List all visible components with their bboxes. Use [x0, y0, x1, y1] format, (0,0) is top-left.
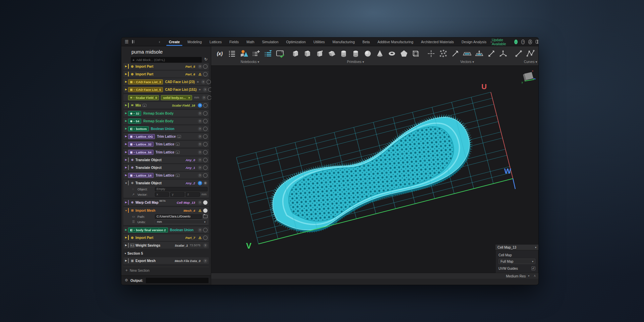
expand-icon[interactable]: ▶	[124, 104, 128, 107]
block-row-mix[interactable]: ▶ ≋ Mix ⌄ Scalar Field_16 ?	[123, 102, 209, 109]
variable-chip[interactable]: ◧⌄body final version 2	[128, 228, 168, 233]
vector-arrow-icon[interactable]	[451, 49, 460, 58]
tab-utilities[interactable]: Utilities	[313, 38, 325, 46]
expand-icon[interactable]: ▶	[124, 259, 128, 262]
wireframe-cube-icon[interactable]	[411, 49, 420, 58]
help-badge[interactable]: ?	[201, 80, 206, 84]
expand-icon[interactable]: ▶	[124, 65, 128, 68]
block-row-trim-lattice[interactable]: ▶ ▦⌄Lattice_32 Trim Lattice ⌄ ?	[123, 141, 209, 147]
variable-chip[interactable]: ≋⌄Scalar Field_0	[128, 95, 159, 100]
collapse-icon[interactable]: ▼	[123, 252, 127, 255]
variable-chip[interactable]: ▦⌄Lattice_54	[128, 150, 154, 155]
list-add-icon[interactable]	[251, 49, 260, 58]
units-select[interactable]: mm▾	[155, 219, 208, 224]
info-badge[interactable]: ?	[198, 103, 202, 108]
expand-icon[interactable]: ▶	[124, 236, 128, 239]
dropdown-caret-icon[interactable]: ⌄	[177, 135, 181, 138]
expand-icon[interactable]: ▶	[124, 229, 128, 231]
section-header[interactable]: ▼ Section 5	[123, 250, 209, 256]
collapse-panel-icon[interactable]: ˄	[534, 274, 536, 278]
tabs-scroll-left-icon[interactable]: ‹	[159, 40, 160, 44]
tab-modeling[interactable]: Modeling	[187, 38, 202, 46]
cylinder-icon[interactable]	[339, 49, 348, 58]
skew-box-icon[interactable]	[327, 49, 336, 58]
curves-group-label[interactable]: Curves ▾	[524, 60, 537, 64]
help-badge[interactable]: ?	[198, 228, 202, 232]
variable-chip[interactable]: ▦⌄Lattice_32	[128, 142, 154, 147]
expand-icon[interactable]: ▶	[124, 88, 128, 91]
spline-icon[interactable]	[538, 49, 538, 58]
point-cloud-icon[interactable]	[438, 49, 448, 58]
tab-architected-materials[interactable]: Architected Materials	[421, 38, 454, 46]
help-badge[interactable]: ?	[198, 158, 202, 162]
tab-create[interactable]: Create	[169, 38, 180, 46]
gear-icon[interactable]: ⚙	[125, 278, 128, 282]
block-row-scalar-field[interactable]: ≋⌄Scalar Field_0 solid body.sc...× mm ?	[123, 94, 209, 101]
block-row-cad-face-list[interactable]: ▶ ▤⌄CAD Face List_5 CAD Face List (151) …	[123, 86, 209, 93]
triad-axes-icon[interactable]	[499, 49, 508, 58]
block-row-boolean-union[interactable]: ▶ ◧⌄bottom Boolean Union ?	[123, 125, 209, 132]
tab-optimization[interactable]: Optimization	[286, 38, 306, 46]
account-icon[interactable]	[528, 40, 532, 44]
visibility-toggle[interactable]	[207, 80, 211, 84]
expand-icon[interactable]: ▶	[124, 244, 128, 247]
help-badge[interactable]: ?	[198, 166, 202, 170]
block-row-translate-object[interactable]: ▶ ⊕ Translate Object Any_1 ?	[123, 164, 209, 171]
update-available-label[interactable]: Update Available	[492, 38, 511, 46]
expand-icon[interactable]: ▶	[124, 166, 128, 169]
expand-icon[interactable]: ▶	[124, 158, 128, 161]
help-badge[interactable]: ?	[198, 127, 202, 131]
expand-icon[interactable]: ▶	[124, 143, 128, 145]
visibility-toggle[interactable]	[203, 142, 208, 146]
object-input[interactable]	[155, 187, 208, 191]
help-badge[interactable]: ?	[198, 150, 202, 154]
help-badge[interactable]: ?	[203, 259, 208, 263]
collapse-icon[interactable]: ▼	[124, 182, 128, 184]
block-row-trim-lattice[interactable]: ▶ ▦⌄Lattice_OG Trim Lattice ⌄ ?	[123, 133, 209, 140]
point-icon[interactable]	[426, 49, 435, 58]
expand-icon[interactable]: ▶	[124, 174, 128, 177]
block-row-warp-cell-map[interactable]: ▶ ⊛ Warp Cell Map BETA Cell Map_13 ?	[123, 199, 209, 206]
variable-chip[interactable]: ◉⌄54	[128, 119, 141, 124]
cone-icon[interactable]	[375, 49, 384, 58]
block-row-trim-lattice[interactable]: ▶ ▦⌄Lattice_14 Trim Lattice ⌄ ?	[123, 172, 209, 179]
visibility-toggle[interactable]	[203, 166, 208, 170]
browse-folder-icon[interactable]	[203, 215, 208, 218]
add-badge[interactable]: +	[197, 87, 202, 92]
expand-icon[interactable]: ▶	[124, 120, 128, 122]
warning-icon[interactable]: ⚠	[198, 72, 202, 76]
sphere-icon[interactable]	[363, 49, 372, 58]
visibility-toggle[interactable]	[203, 150, 208, 154]
polyline-icon[interactable]	[526, 49, 535, 58]
variable-chip[interactable]: ▤⌄CAD Face List_3	[128, 79, 163, 84]
info-badge[interactable]: ?	[198, 181, 202, 185]
block-row-remap[interactable]: ▶ ◉⌄54 Remap Scale Body ?	[123, 118, 209, 124]
update-download-icon[interactable]: ↓	[514, 40, 518, 44]
shapes-icon[interactable]	[239, 49, 248, 58]
tab-additive-manufacturing[interactable]: Additive Manufacturing	[377, 38, 413, 46]
double-arrow-icon[interactable]	[487, 49, 496, 58]
settings-badge[interactable]: ⚙	[203, 181, 208, 185]
expand-icon[interactable]: ▶	[124, 151, 128, 153]
add-badge[interactable]: +	[196, 80, 200, 84]
uvw-guides-checkbox[interactable]: ✓	[531, 266, 535, 270]
variable-chip[interactable]: ◉⌄32	[128, 111, 141, 116]
block-row-import-mesh-expanded[interactable]: ▼ ⊞ Import Mesh Mesh_4 ⚠ ▭ Path: ☰ Units…	[123, 207, 209, 225]
cylinder-segments-icon[interactable]	[351, 49, 360, 58]
path-input[interactable]	[155, 214, 202, 219]
block-row-import-part[interactable]: ▶ ◍ Import Part Part_5 ?	[123, 63, 209, 70]
variable-chip[interactable]: ▦⌄Lattice_14	[128, 173, 154, 178]
visibility-toggle[interactable]	[203, 134, 208, 139]
visibility-toggle[interactable]	[203, 173, 208, 178]
dropdown-caret-icon[interactable]: ⌄	[176, 143, 180, 146]
visibility-toggle[interactable]	[203, 103, 208, 108]
tab-beta[interactable]: Beta	[362, 38, 370, 46]
cell-map-dropdown-header[interactable]: Cell Map_13 ▾	[495, 245, 538, 250]
help-badge[interactable]: ?	[198, 119, 202, 123]
plane-normal-icon[interactable]	[475, 49, 484, 58]
dropdown-caret-icon[interactable]: ⌄	[142, 104, 147, 107]
warning-icon[interactable]: ⚠	[198, 236, 202, 240]
midsole-lattice-model[interactable]	[264, 108, 481, 247]
help-icon[interactable]: ?	[521, 40, 525, 44]
box-corner-icon[interactable]	[315, 49, 324, 58]
